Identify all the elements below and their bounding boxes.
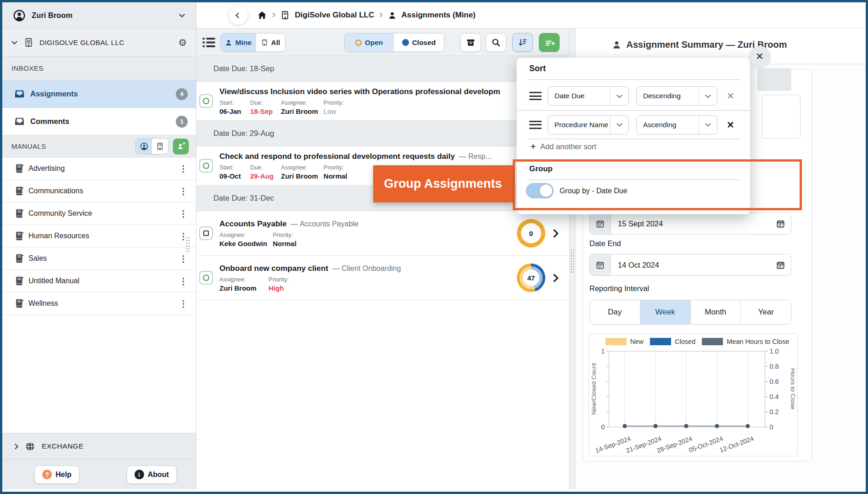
- assignment-title: Check and respond to professional develo…: [219, 152, 455, 161]
- kebab-menu-icon[interactable]: ⋮: [179, 209, 188, 218]
- assignment-row[interactable]: View/discuss Inclusion video series with…: [196, 82, 569, 121]
- manual-label: Communications: [28, 187, 83, 195]
- assignment-field: Start:09-Oct: [219, 164, 245, 180]
- assignment-row[interactable]: Accounts Payable — Accounts PayableAssig…: [196, 211, 569, 256]
- tab-open[interactable]: Open: [345, 34, 393, 51]
- sort-direction-select[interactable]: Ascending: [636, 115, 717, 135]
- progress-donut: 0: [517, 219, 545, 247]
- assignment-field: Assignee:Zuri Broom: [281, 164, 318, 180]
- info-icon: i: [134, 470, 144, 479]
- date-start-value: 15 Sept 2024: [618, 219, 663, 228]
- manual-row[interactable]: Wellness⋮: [2, 292, 196, 315]
- chevron-left-icon: [235, 12, 241, 18]
- sort-button[interactable]: [512, 33, 533, 52]
- manual-label: Wellness: [28, 299, 58, 308]
- pane-resize-handle[interactable]: [185, 236, 190, 254]
- sidebar-item-exchange[interactable]: EXCHANGE: [2, 433, 196, 460]
- tab-day[interactable]: Day: [590, 300, 640, 324]
- manual-row[interactable]: Advertising⋮: [2, 157, 196, 180]
- date-end-field[interactable]: 14 Oct 2024: [589, 254, 791, 276]
- legend-item: Mean Hours to Close: [702, 338, 789, 345]
- help-button[interactable]: ? Help: [34, 466, 79, 484]
- open-assignment-chevron-icon[interactable]: [550, 274, 558, 282]
- close-button[interactable]: ✕: [749, 46, 770, 67]
- manual-row[interactable]: Untitled Manual⋮: [2, 270, 196, 292]
- tab-closed[interactable]: Closed: [393, 34, 444, 51]
- kebab-menu-icon[interactable]: ⋮: [179, 254, 188, 263]
- back-button[interactable]: [229, 6, 248, 25]
- archive-button[interactable]: [460, 33, 481, 52]
- group-section-title: Group: [529, 164, 553, 174]
- building-icon: [24, 38, 34, 47]
- kebab-menu-icon[interactable]: ⋮: [179, 164, 188, 173]
- drag-handle-icon[interactable]: [529, 121, 542, 129]
- status-checkbox[interactable]: [199, 271, 213, 285]
- manual-row[interactable]: Communications⋮: [2, 180, 196, 202]
- group-by-toggle[interactable]: [526, 183, 554, 198]
- manual-row[interactable]: Human Resources⋮: [2, 225, 196, 247]
- book-icon: [14, 208, 24, 219]
- user-avatar-icon: [13, 10, 25, 22]
- about-button[interactable]: i About: [127, 466, 177, 484]
- svg-text:05-Oct-2024: 05-Oct-2024: [688, 435, 724, 454]
- tab-year[interactable]: Year: [740, 300, 791, 324]
- tab-mine[interactable]: Mine: [221, 34, 256, 51]
- sidebar-item-assignments[interactable]: Assignments 4: [2, 80, 196, 108]
- assignments-badge: 4: [176, 88, 188, 100]
- pane-resize-handle[interactable]: [570, 249, 575, 273]
- scope-tabs: Mine All: [220, 33, 286, 52]
- sort-direction-select[interactable]: Descending: [636, 86, 717, 106]
- assignment-field: Priority:Normal: [324, 164, 351, 180]
- open-assignment-chevron-icon[interactable]: [550, 229, 558, 237]
- manual-row[interactable]: Sales⋮: [2, 247, 196, 270]
- globe-icon: [25, 442, 35, 451]
- manual-row[interactable]: Community Service⋮: [2, 202, 196, 225]
- org-row[interactable]: DIGISOLVE GLOBAL LLC ⚙: [2, 29, 196, 56]
- status-checkbox[interactable]: [199, 226, 213, 240]
- sort-field-select[interactable]: Procedure Name: [548, 115, 629, 135]
- assignment-row[interactable]: Onboard new company client — Client Onbo…: [196, 256, 569, 300]
- sidebar-item-comments[interactable]: Comments 1: [2, 108, 196, 135]
- calendar-button-icon[interactable]: [776, 219, 785, 228]
- kebab-menu-icon[interactable]: ⋮: [179, 187, 188, 196]
- org-settings-gear-icon[interactable]: ⚙: [178, 37, 187, 48]
- home-icon[interactable]: [257, 10, 267, 20]
- status-checkbox[interactable]: [199, 159, 213, 173]
- add-assignment-button[interactable]: [539, 33, 560, 52]
- tab-week[interactable]: Week: [640, 300, 690, 324]
- add-sort-button[interactable]: +Add another sort: [531, 141, 596, 152]
- search-button[interactable]: [486, 33, 506, 52]
- tab-all[interactable]: All: [256, 34, 285, 51]
- kebab-menu-icon[interactable]: ⋮: [179, 299, 188, 308]
- collapse-chevron-icon[interactable]: [11, 39, 17, 45]
- date-start-field[interactable]: 15 Sept 2024: [589, 213, 791, 235]
- assignment-subtitle: — Client Onboarding: [332, 264, 401, 272]
- drag-handle-icon[interactable]: [529, 92, 542, 100]
- personal-scope-button[interactable]: [136, 139, 152, 154]
- sidebar-item-label: Comments: [30, 117, 69, 126]
- remove-sort-button[interactable]: ✕: [727, 90, 734, 101]
- org-name: DIGISOLVE GLOBAL LLC: [39, 39, 124, 47]
- status-checkbox[interactable]: [199, 94, 213, 108]
- svg-text:0.4: 0.4: [770, 393, 779, 400]
- calendar-icon: [590, 213, 611, 234]
- user-menu[interactable]: Zuri Broom: [2, 2, 196, 29]
- assignment-field: Assignee:Zuri Broom: [281, 99, 318, 115]
- kebab-menu-icon[interactable]: ⋮: [179, 277, 188, 286]
- inbox-icon: [14, 89, 25, 99]
- app-window: Zuri Broom DIGISOLVE GLOBAL LLC ⚙ INBOXE…: [0, 0, 868, 494]
- progress-donut: 47: [517, 264, 545, 292]
- breadcrumb-separator: ›: [379, 9, 382, 21]
- calendar-button-icon[interactable]: [776, 261, 785, 269]
- list-view-icon[interactable]: [202, 37, 216, 48]
- legend-item: Closed: [650, 338, 695, 345]
- sort-rows: Date DueDescending✕Procedure NameAscendi…: [517, 82, 750, 139]
- add-manual-button[interactable]: [173, 139, 189, 154]
- reporting-interval-label: Reporting Interval: [589, 284, 649, 293]
- remove-sort-button[interactable]: ✕: [727, 119, 734, 130]
- breadcrumb-org[interactable]: DigiSolve Global LLC: [295, 11, 374, 20]
- tab-month[interactable]: Month: [690, 300, 741, 324]
- sort-field-select[interactable]: Date Due: [548, 86, 629, 106]
- svg-text:12-Oct-2024: 12-Oct-2024: [718, 435, 755, 454]
- org-scope-button[interactable]: [152, 139, 168, 154]
